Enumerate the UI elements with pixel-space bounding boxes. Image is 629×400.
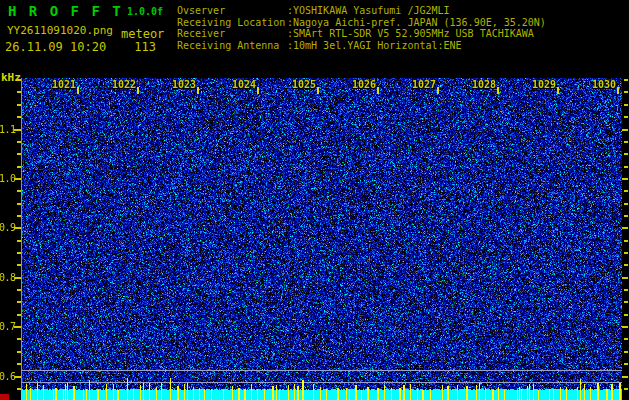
time-tick: [137, 87, 139, 94]
time-tick-label: 1022: [111, 79, 136, 90]
time-tick: [77, 87, 79, 94]
freq-minor-tick: [17, 166, 21, 168]
freq-major-tick-right: [622, 129, 628, 131]
freq-minor-tick: [17, 153, 21, 155]
time-tick-label: 1029: [531, 79, 556, 90]
freq-minor-tick: [17, 203, 21, 205]
freq-minor-tick: [17, 314, 21, 316]
freq-minor-tick-right: [624, 240, 628, 242]
time-tick: [437, 87, 439, 94]
freq-minor-tick-right: [624, 91, 628, 93]
time-tick: [197, 87, 199, 94]
freq-tick-label: 0.8: [0, 272, 15, 283]
freq-tick-label: 0.6: [0, 371, 15, 382]
status-marker: [0, 394, 9, 400]
time-tick: [617, 87, 619, 94]
freq-minor-tick-right: [624, 314, 628, 316]
freq-tick-label: 0.9: [0, 222, 15, 233]
freq-minor-tick: [17, 388, 21, 390]
freq-major-tick: [14, 277, 21, 279]
freq-minor-tick: [17, 116, 21, 118]
time-tick-label: 1023: [171, 79, 196, 90]
freq-minor-tick: [17, 363, 21, 365]
freq-major-tick: [14, 178, 21, 180]
freq-tick-label: 0.7: [0, 321, 15, 332]
freq-minor-tick: [17, 104, 21, 106]
freq-minor-tick-right: [624, 215, 628, 217]
freq-minor-tick-right: [624, 166, 628, 168]
time-tick: [557, 87, 559, 94]
freq-minor-tick: [17, 301, 21, 303]
freq-minor-tick: [17, 91, 21, 93]
freq-minor-tick: [17, 252, 21, 254]
freq-minor-tick-right: [624, 203, 628, 205]
axis-overlays: 1.11.00.90.80.70.61021102210231024102510…: [0, 0, 629, 400]
freq-minor-tick-right: [624, 252, 628, 254]
freq-minor-tick-right: [624, 153, 628, 155]
freq-minor-tick-right: [624, 104, 628, 106]
freq-tick-label: 1.1: [0, 124, 15, 135]
freq-minor-tick-right: [624, 190, 628, 192]
freq-minor-tick: [17, 215, 21, 217]
time-tick-label: 1021: [51, 79, 76, 90]
time-tick: [497, 87, 499, 94]
freq-major-tick-right: [622, 178, 628, 180]
freq-minor-tick-right: [624, 289, 628, 291]
freq-minor-tick-right: [624, 388, 628, 390]
freq-major-tick: [14, 326, 21, 328]
freq-major-tick: [14, 376, 21, 378]
time-tick: [257, 87, 259, 94]
freq-minor-tick-right: [624, 338, 628, 340]
freq-minor-tick: [17, 264, 21, 266]
time-tick-label: 1030: [591, 79, 616, 90]
freq-major-tick-right: [622, 376, 628, 378]
hrofft-output-window: H R O F F T 1.0.0f YY2611091020.png mete…: [0, 0, 629, 400]
freq-minor-tick: [17, 240, 21, 242]
freq-minor-tick-right: [624, 363, 628, 365]
time-tick: [317, 87, 319, 94]
time-tick-label: 1028: [471, 79, 496, 90]
freq-minor-tick: [17, 351, 21, 353]
freq-minor-tick: [17, 338, 21, 340]
freq-minor-tick-right: [624, 351, 628, 353]
freq-minor-tick: [17, 79, 21, 81]
freq-minor-tick-right: [624, 116, 628, 118]
time-tick-label: 1025: [291, 79, 316, 90]
freq-minor-tick-right: [624, 141, 628, 143]
freq-tick-label: 1.0: [0, 173, 15, 184]
freq-major-tick: [14, 227, 21, 229]
time-tick-label: 1027: [411, 79, 436, 90]
freq-minor-tick-right: [624, 301, 628, 303]
freq-major-tick-right: [622, 326, 628, 328]
freq-minor-tick: [17, 289, 21, 291]
time-tick-label: 1026: [351, 79, 376, 90]
freq-minor-tick: [17, 141, 21, 143]
time-tick-label: 1024: [231, 79, 256, 90]
freq-minor-tick: [17, 190, 21, 192]
freq-major-tick: [14, 129, 21, 131]
freq-major-tick-right: [622, 227, 628, 229]
time-tick: [377, 87, 379, 94]
freq-major-tick-right: [622, 277, 628, 279]
freq-minor-tick-right: [624, 264, 628, 266]
freq-minor-tick-right: [624, 79, 628, 81]
